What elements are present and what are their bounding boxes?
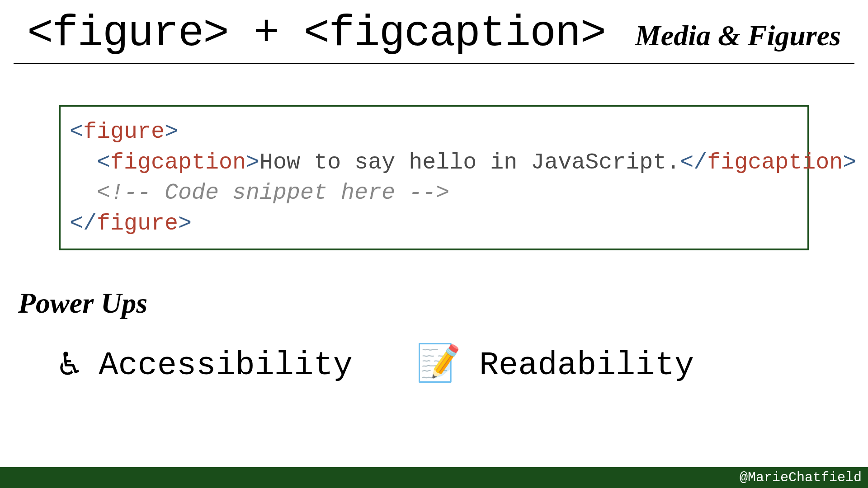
angle-bracket-open: </ [70,211,97,236]
tag-figure-close: figure [97,211,178,236]
angle-bracket-close: > [165,119,178,145]
code-line-3: <!-- Code snippet here --> [70,178,798,208]
indent [70,150,97,175]
slide-footer: @MarieChatfield [0,467,868,488]
memo-icon: 📝 [416,347,461,384]
slide: <figure> + <figcaption> Media & Figures … [0,0,868,488]
powerup-readability: 📝 Readability [416,347,694,384]
code-comment: <!-- Code snippet here --> [97,180,449,206]
powerups-heading: Power Ups [18,286,868,320]
indent [70,180,97,206]
slide-subtitle: Media & Figures [635,19,841,52]
angle-bracket-close: > [178,211,192,236]
angle-bracket-close: > [246,150,259,175]
code-line-1: <figure> [70,117,798,147]
code-line-4: </figure> [70,208,798,239]
powerups-row: ♿ Accessibility 📝 Readability [59,347,868,384]
tag-figcaption-close: figcaption [707,150,843,175]
slide-header: <figure> + <figcaption> Media & Figures [14,0,854,64]
angle-bracket-open: < [97,150,110,175]
angle-bracket-close: > [843,150,856,175]
tag-figure-open: figure [83,119,165,145]
tag-figcaption-open: figcaption [110,150,246,175]
slide-title: <figure> + <figcaption> [27,9,605,58]
figcaption-text: How to say hello in JavaScript. [259,150,680,175]
code-example: <figure> <figcaption>How to say hello in… [59,105,809,250]
powerup-label: Accessibility [99,347,353,384]
angle-bracket-open: < [70,119,83,145]
powerup-accessibility: ♿ Accessibility [59,347,353,384]
accessibility-icon: ♿ [59,347,80,384]
angle-bracket-open: </ [680,150,707,175]
author-handle: @MarieChatfield [740,470,862,485]
powerup-label: Readability [479,347,694,384]
code-line-2: <figcaption>How to say hello in JavaScri… [70,147,798,178]
